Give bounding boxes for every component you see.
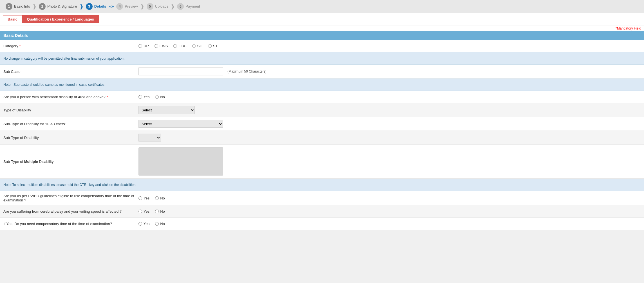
multiple-disability-listbox[interactable] <box>138 147 223 176</box>
multiple-disability-note: Note: To select multiple disabilities pl… <box>3 183 136 187</box>
step-6-bubble: 6 <box>177 3 184 10</box>
radio-pwbd-yes[interactable] <box>138 196 142 200</box>
category-sc[interactable]: SC <box>192 44 202 48</box>
wizard-step-4[interactable]: 4 Preview <box>116 3 138 10</box>
sub-caste-label: Sub Caste <box>3 69 138 74</box>
subtype-disability-select[interactable] <box>138 134 161 142</box>
arrow-5: ❱ <box>171 3 175 10</box>
step-5-bubble: 5 <box>147 3 153 10</box>
pwbd-no[interactable]: No <box>155 196 165 200</box>
disability-no[interactable]: No <box>155 95 165 99</box>
category-note-row: No change in category will be permitted … <box>0 52 644 65</box>
type-disability-row: Type of Disability Select <box>0 103 644 117</box>
multiple-disability-listbox-container <box>138 147 223 176</box>
wizard-step-2[interactable]: 2 Photo & Signature <box>39 3 77 10</box>
step-4-label: Preview <box>125 4 138 8</box>
wizard-step-1[interactable]: 1 Basic Info <box>6 3 30 10</box>
cerebral-no[interactable]: No <box>155 209 165 214</box>
tab-basic[interactable]: Basic <box>3 15 22 23</box>
disability-label: Are you a person with benchmark disabili… <box>3 95 138 99</box>
step-3-label: Details <box>94 4 106 8</box>
cerebral-yes[interactable]: Yes <box>138 209 149 214</box>
sub-caste-hint: (Maximum 50 Characters) <box>227 69 267 73</box>
wizard-bar: 1 Basic Info ❱ 2 Photo & Signature ❱ 3 D… <box>0 0 644 13</box>
category-st[interactable]: ST <box>208 44 218 48</box>
step-5-label: Uploads <box>155 4 169 8</box>
type-disability-label: Type of Disability <box>3 108 138 112</box>
multiple-disability-controls <box>138 147 641 176</box>
subtype-id-select[interactable]: Select <box>138 120 223 128</box>
category-row: Category * UR EWS OBC SC ST <box>0 40 644 52</box>
wizard-step-5[interactable]: 5 Uploads <box>147 3 169 10</box>
radio-obc[interactable] <box>173 44 177 48</box>
sub-caste-controls: (Maximum 50 Characters) <box>138 68 641 75</box>
radio-pwbd-no[interactable] <box>155 196 159 200</box>
radio-cerebral-yes[interactable] <box>138 210 142 213</box>
arrow-2: ❱ <box>79 3 84 10</box>
radio-cerebral-no[interactable] <box>155 210 159 213</box>
disability-yes[interactable]: Yes <box>138 95 149 99</box>
radio-st[interactable] <box>208 44 212 48</box>
category-ews[interactable]: EWS <box>155 44 168 48</box>
subtype-id-row: Sub-Type of Disability for 'ID & Others'… <box>0 117 644 131</box>
pwbd-options: Yes No <box>138 196 641 200</box>
category-note: No change in category will be permitted … <box>3 57 124 60</box>
subtype-id-label: Sub-Type of Disability for 'ID & Others' <box>3 122 138 126</box>
step-4-bubble: 4 <box>116 3 123 10</box>
multiple-disability-label: Sub-Type of Multiple Disability <box>3 160 138 164</box>
pwbd-row: Are you as per PWBD guidelines eligible … <box>0 191 644 205</box>
cerebral-label: Are you suffering from cerebral palsy an… <box>3 209 138 214</box>
wizard-step-6[interactable]: 6 Payment <box>177 3 200 10</box>
cerebral-row: Are you suffering from cerebral palsy an… <box>0 205 644 218</box>
multiple-disability-note-row: Note: To select multiple disabilities pl… <box>0 179 644 191</box>
pwbd-label: Are you as per PWBD guidelines eligible … <box>3 194 138 202</box>
step-6-label: Payment <box>185 4 200 8</box>
type-disability-select[interactable]: Select <box>138 106 195 114</box>
compensatory-yes[interactable]: Yes <box>138 222 149 226</box>
step-3-bubble: 3 <box>86 3 93 10</box>
radio-ews[interactable] <box>155 44 158 48</box>
disability-options: Yes No <box>138 95 641 99</box>
wizard-step-3[interactable]: 3 Details <box>86 3 106 10</box>
subtype-id-controls: Select <box>138 120 641 128</box>
radio-compensatory-yes[interactable] <box>138 222 142 226</box>
section-header: Basic Details <box>0 31 644 40</box>
radio-ur[interactable] <box>138 44 142 48</box>
subtype-disability-row: Sub-Type of Disability <box>0 131 644 145</box>
compensatory-no[interactable]: No <box>155 222 165 226</box>
step-2-label: Photo & Signature <box>47 4 77 8</box>
category-ur[interactable]: UR <box>138 44 149 48</box>
sub-caste-row: Sub Caste (Maximum 50 Characters) <box>0 65 644 78</box>
compensatory-row: If Yes, Do you need compensatory time at… <box>0 218 644 230</box>
disability-row: Are you a person with benchmark disabili… <box>0 91 644 103</box>
cerebral-options: Yes No <box>138 209 641 214</box>
step-1-label: Basic Info <box>14 4 30 8</box>
type-disability-controls: Select <box>138 106 641 114</box>
tab-qualification[interactable]: Qualification / Experience / Languages <box>22 15 99 23</box>
step-1-bubble: 1 <box>6 3 12 10</box>
subtype-disability-label: Sub-Type of Disability <box>3 136 138 140</box>
tab-bar: Basic Qualification / Experience / Langu… <box>0 13 644 26</box>
subtype-disability-controls <box>138 134 641 142</box>
arrow-3: »» <box>108 3 114 9</box>
radio-disability-yes[interactable] <box>138 95 142 99</box>
form-area: Basic Details Category * UR EWS OBC SC S… <box>0 31 644 230</box>
step-2-bubble: 2 <box>39 3 46 10</box>
mandatory-note: *Mandatory Field <box>0 26 644 31</box>
compensatory-options: Yes No <box>138 222 641 226</box>
category-obc[interactable]: OBC <box>173 44 186 48</box>
category-label: Category * <box>3 44 138 48</box>
radio-sc[interactable] <box>192 44 196 48</box>
multiple-disability-row: Sub-Type of Multiple Disability <box>0 145 644 179</box>
arrow-4: ❱ <box>140 3 144 10</box>
compensatory-label: If Yes, Do you need compensatory time at… <box>3 222 138 226</box>
radio-compensatory-no[interactable] <box>155 222 159 226</box>
sub-caste-note: Note - Sub-caste should be same as menti… <box>3 83 104 87</box>
radio-disability-no[interactable] <box>155 95 159 99</box>
pwbd-yes[interactable]: Yes <box>138 196 149 200</box>
arrow-1: ❱ <box>32 3 37 10</box>
sub-caste-input[interactable] <box>138 68 223 75</box>
sub-caste-note-row: Note - Sub-caste should be same as menti… <box>0 78 644 91</box>
category-options: UR EWS OBC SC ST <box>138 44 641 48</box>
